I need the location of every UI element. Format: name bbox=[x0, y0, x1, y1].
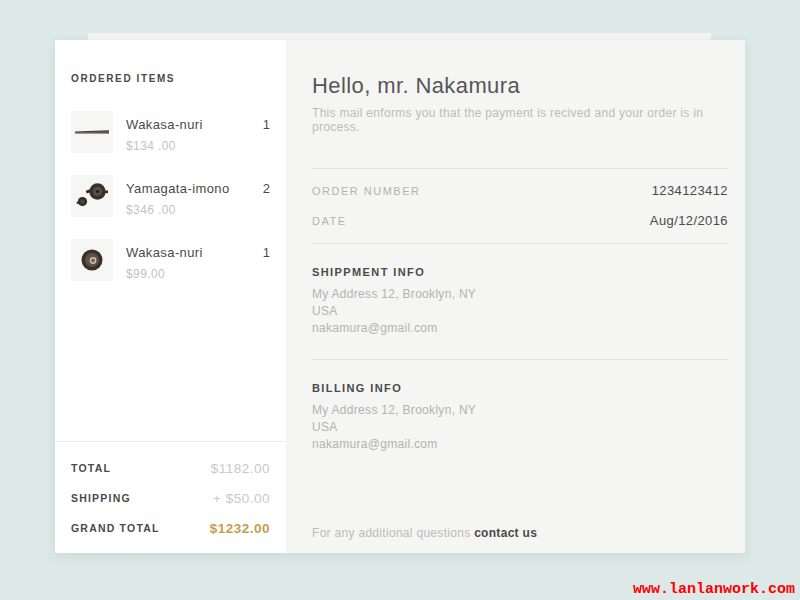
ordered-items-title: ORDERED ITEMS bbox=[71, 73, 270, 84]
shipping-label: SHIPPING bbox=[71, 492, 131, 504]
billing-email: nakamura@gmail.com bbox=[312, 436, 728, 453]
item-name: Wakasa-nuri bbox=[126, 245, 203, 260]
footer-text: For any additional questions bbox=[312, 526, 474, 540]
product-image-teapot-icon bbox=[71, 175, 113, 217]
footer-note: For any additional questions contact us bbox=[312, 526, 537, 540]
order-date-label: DATE bbox=[312, 215, 347, 227]
total-label: TOTAL bbox=[71, 462, 111, 474]
greeting-heading: Hello, mr. Nakamura bbox=[312, 73, 728, 99]
billing-address-line: USA bbox=[312, 419, 728, 436]
billing-address: My Address 12, Brooklyn, NY USA nakamura… bbox=[312, 402, 728, 453]
order-date-value: Aug/12/2016 bbox=[650, 213, 728, 228]
divider bbox=[312, 243, 728, 244]
list-item: Yamagata-imono $346 .00 2 bbox=[55, 175, 286, 217]
grand-total-label: GRAND TOTAL bbox=[71, 522, 160, 534]
order-details-panel: Hello, mr. Nakamura This mail enforms yo… bbox=[286, 40, 745, 553]
item-name: Wakasa-nuri bbox=[126, 117, 203, 132]
total-value: $1182.00 bbox=[211, 461, 270, 476]
order-number-label: ORDER NUMBER bbox=[312, 185, 420, 197]
product-image-bowl-icon bbox=[71, 239, 113, 281]
shipment-address-line: My Address 12, Brooklyn, NY bbox=[312, 286, 728, 303]
contact-us-link[interactable]: contact us bbox=[474, 526, 537, 540]
divider bbox=[312, 168, 728, 169]
shipment-email: nakamura@gmail.com bbox=[312, 320, 728, 337]
item-name: Yamagata-imono bbox=[126, 181, 230, 196]
shipment-address: My Address 12, Brooklyn, NY USA nakamura… bbox=[312, 286, 728, 337]
list-item: Wakasa-nuri $134 .00 1 bbox=[55, 111, 286, 153]
item-price: $346 .00 bbox=[126, 203, 230, 217]
item-price: $99.00 bbox=[126, 267, 203, 281]
item-quantity: 1 bbox=[263, 111, 270, 132]
shipping-value: + $50.00 bbox=[213, 491, 270, 506]
grand-total-value: $1232.00 bbox=[210, 521, 270, 536]
billing-info-title: BILLING INFO bbox=[312, 382, 728, 394]
order-number-value: 1234123412 bbox=[652, 183, 728, 198]
shipment-info-title: SHIPPMENT INFO bbox=[312, 266, 728, 278]
item-quantity: 1 bbox=[263, 239, 270, 260]
ordered-items-panel: ORDERED ITEMS Wakasa-nuri $134 .00 1 bbox=[55, 40, 286, 553]
order-number-row: ORDER NUMBER 1234123412 bbox=[312, 183, 728, 198]
shipment-address-line: USA bbox=[312, 303, 728, 320]
list-item: Wakasa-nuri $99.00 1 bbox=[55, 239, 286, 281]
site-watermark: www.lanlanwork.com bbox=[633, 581, 795, 598]
divider bbox=[312, 359, 728, 360]
grand-total-row: GRAND TOTAL $1232.00 bbox=[71, 513, 270, 543]
billing-address-line: My Address 12, Brooklyn, NY bbox=[312, 402, 728, 419]
shipping-row: SHIPPING + $50.00 bbox=[71, 483, 270, 513]
confirmation-message: This mail enforms you that the payment i… bbox=[312, 106, 728, 134]
product-image-chopsticks-icon bbox=[71, 111, 113, 153]
totals-summary: TOTAL $1182.00 SHIPPING + $50.00 GRAND T… bbox=[55, 441, 286, 553]
item-quantity: 2 bbox=[263, 175, 270, 196]
item-price: $134 .00 bbox=[126, 139, 203, 153]
item-list: Wakasa-nuri $134 .00 1 bbox=[55, 111, 286, 281]
order-date-row: DATE Aug/12/2016 bbox=[312, 213, 728, 228]
total-row: TOTAL $1182.00 bbox=[71, 453, 270, 483]
order-confirmation-card: ORDERED ITEMS Wakasa-nuri $134 .00 1 bbox=[55, 40, 745, 553]
